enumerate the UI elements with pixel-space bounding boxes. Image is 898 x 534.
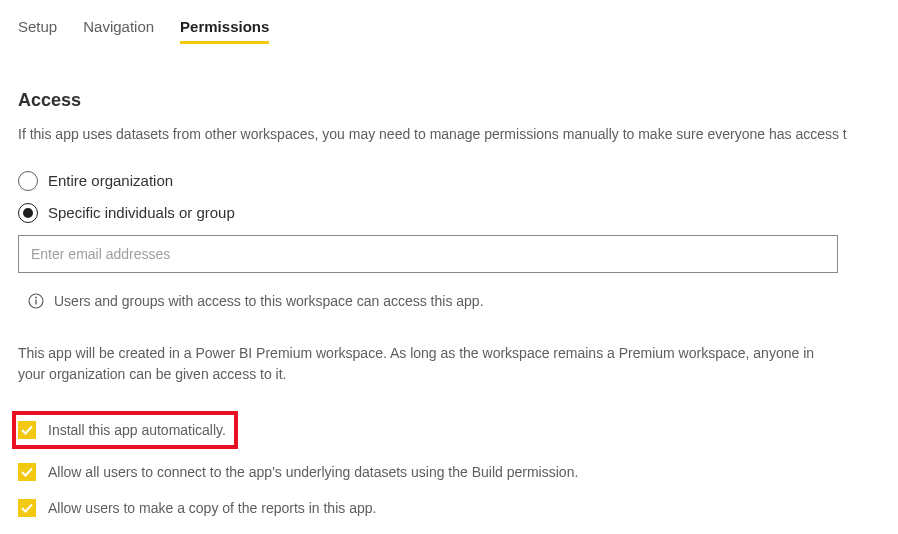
tab-bar: Setup Navigation Permissions bbox=[18, 18, 880, 44]
checkbox-label: Install this app automatically. bbox=[48, 422, 226, 438]
email-addresses-input[interactable] bbox=[18, 235, 838, 273]
radio-label: Entire organization bbox=[48, 172, 173, 189]
checkbox-label: Allow users to make a copy of the report… bbox=[48, 500, 376, 516]
premium-workspace-note: This app will be created in a Power BI P… bbox=[18, 343, 838, 385]
radio-checked-icon bbox=[18, 203, 38, 223]
tab-permissions[interactable]: Permissions bbox=[180, 18, 269, 44]
checkbox-allow-build-permission[interactable]: Allow all users to connect to the app's … bbox=[18, 463, 880, 481]
svg-rect-2 bbox=[35, 299, 36, 304]
radio-unchecked-icon bbox=[18, 171, 38, 191]
checkbox-checked-icon bbox=[18, 421, 36, 439]
tab-setup[interactable]: Setup bbox=[18, 18, 57, 44]
radio-specific-individuals[interactable]: Specific individuals or group bbox=[18, 203, 880, 223]
section-title-access: Access bbox=[18, 90, 880, 111]
checkbox-label: Allow all users to connect to the app's … bbox=[48, 464, 578, 480]
section-description: If this app uses datasets from other wor… bbox=[18, 125, 880, 145]
checkbox-checked-icon bbox=[18, 463, 36, 481]
radio-label: Specific individuals or group bbox=[48, 204, 235, 221]
svg-point-1 bbox=[35, 296, 37, 298]
tab-navigation[interactable]: Navigation bbox=[83, 18, 154, 44]
info-note: Users and groups with access to this wor… bbox=[28, 293, 880, 309]
checkbox-install-automatically[interactable]: Install this app automatically. bbox=[12, 411, 238, 449]
checkbox-allow-copy-reports[interactable]: Allow users to make a copy of the report… bbox=[18, 499, 880, 517]
checkbox-checked-icon bbox=[18, 499, 36, 517]
info-icon bbox=[28, 293, 44, 309]
info-text: Users and groups with access to this wor… bbox=[54, 293, 484, 309]
radio-entire-organization[interactable]: Entire organization bbox=[18, 171, 880, 191]
access-radio-group: Entire organization Specific individuals… bbox=[18, 171, 880, 223]
